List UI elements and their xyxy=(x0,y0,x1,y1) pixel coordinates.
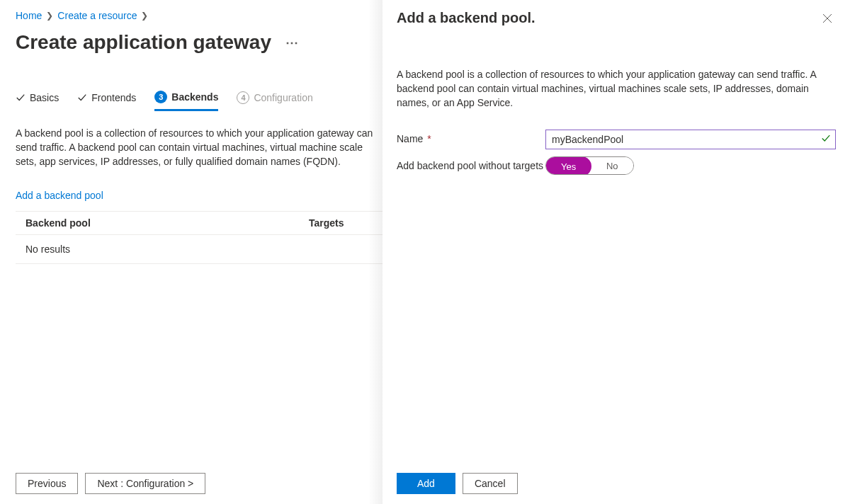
breadcrumb-create-resource[interactable]: Create a resource xyxy=(57,10,137,21)
form-row-name: Name * xyxy=(397,130,836,149)
wizard-footer: Previous Next : Configuration > xyxy=(16,473,205,494)
backend-pool-table: Backend pool Targets No results xyxy=(16,211,382,264)
panel-footer: Add Cancel xyxy=(397,473,518,494)
tab-basics[interactable]: Basics xyxy=(16,92,59,109)
tab-configuration-label: Configuration xyxy=(254,92,312,103)
add-button[interactable]: Add xyxy=(397,473,455,494)
name-label: Name * xyxy=(397,130,545,144)
no-targets-label: Add backend pool without targets xyxy=(397,156,545,171)
panel-form: Name * Add backend pool without targets … xyxy=(397,130,836,175)
step-number-icon: 4 xyxy=(237,91,249,104)
breadcrumb: Home ❯ Create a resource ❯ xyxy=(16,10,382,21)
valid-check-icon xyxy=(821,134,831,146)
wizard-tabs: Basics Frontends 3 Backends 4 Configurat… xyxy=(16,91,382,110)
tab-configuration: 4 Configuration xyxy=(237,91,312,110)
column-header-backend-pool[interactable]: Backend pool xyxy=(26,217,309,229)
main-content: Home ❯ Create a resource ❯ Create applic… xyxy=(0,0,382,504)
panel-header: Add a backend pool. xyxy=(397,10,836,29)
tab-backends-label: Backends xyxy=(171,91,218,103)
tab-description: A backend pool is a collection of resour… xyxy=(16,126,382,168)
more-actions-button[interactable]: ⋯ xyxy=(281,35,300,50)
panel-description: A backend pool is a collection of resour… xyxy=(397,67,836,110)
tab-frontends[interactable]: Frontends xyxy=(77,92,136,109)
tab-basics-label: Basics xyxy=(30,92,59,103)
column-header-targets[interactable]: Targets xyxy=(309,217,344,229)
breadcrumb-home[interactable]: Home xyxy=(16,10,42,21)
add-backend-pool-link[interactable]: Add a backend pool xyxy=(16,190,103,201)
no-targets-toggle[interactable]: Yes No xyxy=(545,156,634,175)
toggle-option-yes[interactable]: Yes xyxy=(545,156,591,175)
check-icon xyxy=(77,93,87,103)
name-label-text: Name xyxy=(397,133,423,144)
tab-backends[interactable]: 3 Backends xyxy=(154,91,218,111)
toggle-option-no[interactable]: No xyxy=(591,157,633,174)
page-title-text: Create application gateway xyxy=(16,31,271,54)
name-input-wrapper xyxy=(545,130,836,149)
panel-title: Add a backend pool. xyxy=(397,10,536,26)
table-empty-row: No results xyxy=(16,235,382,264)
table-header-row: Backend pool Targets xyxy=(16,211,382,235)
close-button[interactable] xyxy=(819,10,836,29)
next-button[interactable]: Next : Configuration > xyxy=(85,473,205,494)
step-number-icon: 3 xyxy=(154,91,167,103)
form-row-no-targets: Add backend pool without targets Yes No xyxy=(397,156,836,175)
chevron-right-icon: ❯ xyxy=(140,11,149,21)
previous-button[interactable]: Previous xyxy=(16,473,78,494)
required-indicator-icon: * xyxy=(427,133,431,144)
cancel-button[interactable]: Cancel xyxy=(463,473,518,494)
chevron-right-icon: ❯ xyxy=(45,11,55,21)
add-backend-pool-panel: Add a backend pool. A backend pool is a … xyxy=(382,0,850,504)
name-input[interactable] xyxy=(546,130,835,149)
check-icon xyxy=(16,93,26,103)
page-title: Create application gateway ⋯ xyxy=(16,31,382,54)
tab-frontends-label: Frontends xyxy=(91,92,136,103)
